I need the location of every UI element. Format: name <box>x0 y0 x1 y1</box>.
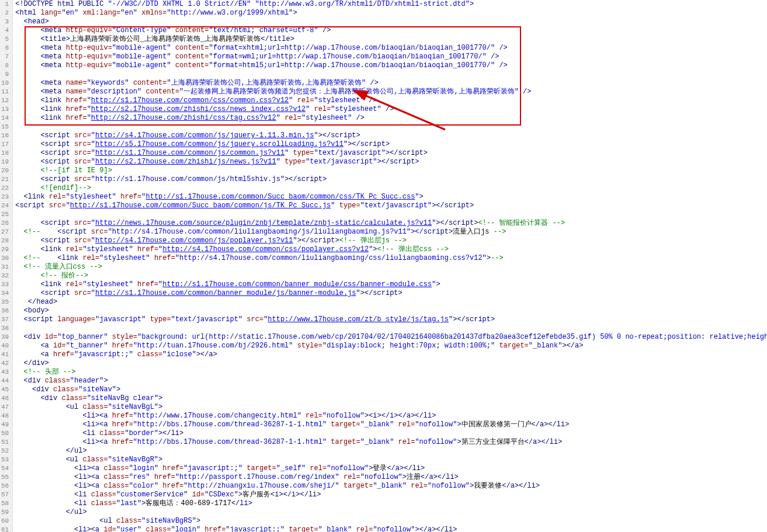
code-line[interactable]: <!DOCTYPE html PUBLIC "-//W3C//DTD XHTML… <box>15 0 767 9</box>
line-number: 48 <box>1 412 9 420</box>
code-line[interactable] <box>15 324 767 333</box>
code-line[interactable]: <li><a id="user" class="login" href="jav… <box>15 526 767 532</box>
line-number: 11 <box>1 88 9 96</box>
code-line[interactable]: <script src="http://news.17house.com/sou… <box>15 219 767 228</box>
code-line[interactable]: <!--[if lt IE 9]> <box>15 166 767 175</box>
code-line[interactable]: <a href="javascript:;" class="iclose"></… <box>15 350 767 359</box>
code-line[interactable]: <div class="header"> <box>15 377 767 385</box>
line-number: 25 <box>1 210 9 219</box>
code-line[interactable]: <script src="http://s1.17house.com/commo… <box>15 289 767 298</box>
code-line[interactable]: <meta http-equiv="mobile-agent" content=… <box>15 53 767 61</box>
line-number: 16 <box>1 131 9 140</box>
code-line[interactable]: <script src="http://s4.17house.com/commo… <box>15 131 767 140</box>
line-number: 6 <box>1 44 9 53</box>
line-number: 24 <box>1 201 9 210</box>
code-line[interactable]: <li><a class="color" href="http://zhuang… <box>15 482 767 491</box>
code-line[interactable]: </ul> <box>15 447 767 455</box>
code-line[interactable]: </head> <box>15 298 767 307</box>
code-line[interactable]: <li><a href="http://bbs.17house.com/thre… <box>15 420 767 429</box>
line-number: 54 <box>1 464 9 473</box>
code-line[interactable]: <script src="http://s1.17house.com/commo… <box>15 149 767 158</box>
code-line[interactable]: <title>上海易路荣昕装饰公司_上海易路荣昕装饰_上海易路荣昕装饰</tit… <box>15 35 767 44</box>
code-line[interactable]: <script src="http://s1.17house.com/commo… <box>15 175 767 184</box>
line-number: 58 <box>1 499 9 508</box>
line-number: 36 <box>1 307 9 315</box>
line-number: 61 <box>1 526 9 532</box>
code-line[interactable] <box>15 70 767 79</box>
line-number-gutter: 1234567891011121314151617181920212223242… <box>0 0 13 532</box>
code-line[interactable]: <div id="top_banner" style="background: … <box>15 333 767 342</box>
code-line[interactable]: <link rel="stylesheet" href="http://s1.1… <box>15 193 767 201</box>
code-line[interactable]: <meta http-equiv="mobile-agent" content=… <box>15 44 767 53</box>
line-number: 30 <box>1 254 9 263</box>
code-line[interactable]: <li class="customerService" id="CSDexc">… <box>15 491 767 499</box>
line-number: 44 <box>1 377 9 385</box>
code-line[interactable]: <link href="http://s2.17house.com/zhishi… <box>15 114 767 123</box>
line-number: 46 <box>1 394 9 403</box>
code-line[interactable]: <li class="last">客服电话：400-689-1717</li> <box>15 499 767 508</box>
line-number: 26 <box>1 219 9 228</box>
code-area[interactable]: <!DOCTYPE html PUBLIC "-//W3C//DTD XHTML… <box>13 0 767 532</box>
code-line[interactable]: <head> <box>15 18 767 26</box>
code-line[interactable]: <!-- 报价--> <box>15 272 767 280</box>
code-line[interactable]: <meta name="keywords" content="上海易路荣昕装饰公… <box>15 79 767 88</box>
code-line[interactable]: <!-- 流量入口css --> <box>15 263 767 272</box>
code-line[interactable]: <html lang="en" xml:lang="en" xmlns="htt… <box>15 9 767 18</box>
code-line[interactable]: <script src="http://s2.17house.com/zhish… <box>15 158 767 166</box>
code-line[interactable]: <script src="http://s5.17house.com/commo… <box>15 140 767 149</box>
code-line[interactable]: <!-- 头部 --> <box>15 368 767 377</box>
code-line[interactable]: <ul class="siteNavBgL"> <box>15 403 767 412</box>
code-line[interactable]: <li class="border"></li> <box>15 429 767 438</box>
code-line[interactable]: <!-- <link rel="stylesheet" href="http:/… <box>15 254 767 263</box>
code-line[interactable]: <li><a class="login" href="javascript:;"… <box>15 464 767 473</box>
code-editor: 1234567891011121314151617181920212223242… <box>0 0 767 532</box>
line-number: 19 <box>1 158 9 166</box>
line-number: 27 <box>1 228 9 237</box>
line-number: 60 <box>1 517 9 526</box>
line-number: 51 <box>1 438 9 447</box>
code-line[interactable]: <link rel="stylesheet" href="http://s1.1… <box>15 280 767 289</box>
line-number: 21 <box>1 175 9 184</box>
line-number: 10 <box>1 79 9 88</box>
line-number: 57 <box>1 491 9 499</box>
code-line[interactable]: <ul class="siteNavBgRS"> <box>15 517 767 526</box>
code-line[interactable]: <![endif]--> <box>15 184 767 193</box>
code-line[interactable]: <meta http-equiv="Content-Type" content=… <box>15 26 767 35</box>
line-number: 38 <box>1 324 9 333</box>
line-number: 53 <box>1 455 9 464</box>
code-line[interactable]: <body> <box>15 307 767 315</box>
line-number: 3 <box>1 18 9 26</box>
code-line[interactable]: <script src="http://s4.17house.com/commo… <box>15 237 767 245</box>
code-line[interactable]: </div> <box>15 359 767 368</box>
code-line[interactable] <box>15 210 767 219</box>
line-number: 31 <box>1 263 9 272</box>
line-number: 17 <box>1 140 9 149</box>
code-line[interactable]: <li><a href="http://www.17house.com/chan… <box>15 412 767 420</box>
code-line[interactable]: <div class="siteNavBg clear"> <box>15 394 767 403</box>
line-number: 41 <box>1 350 9 359</box>
code-line[interactable]: <link href="http://s2.17house.com/zhishi… <box>15 105 767 114</box>
line-number: 49 <box>1 420 9 429</box>
line-number: 7 <box>1 53 9 61</box>
code-line[interactable]: <link rel="stylesheet" href="http://s4.1… <box>15 245 767 254</box>
code-line[interactable]: <script language="javascript" type="text… <box>15 315 767 324</box>
line-number: 29 <box>1 245 9 254</box>
code-line[interactable]: <script src="http://s1.17house.com/commo… <box>15 201 767 210</box>
code-line[interactable]: <div class="siteNav"> <box>15 385 767 394</box>
code-line[interactable]: <!-- <script src="http://s4.17house.com/… <box>15 228 767 237</box>
code-line[interactable]: <a id="t_banner" href="http://tuan.17hou… <box>15 342 767 350</box>
line-number: 47 <box>1 403 9 412</box>
line-number: 4 <box>1 26 9 35</box>
code-line[interactable]: <link href="http://s1.17house.com/common… <box>15 96 767 105</box>
line-number: 59 <box>1 508 9 517</box>
code-line[interactable] <box>15 123 767 131</box>
code-line[interactable]: <meta name="description" content="一起装修网上… <box>15 88 767 96</box>
line-number: 18 <box>1 149 9 158</box>
line-number: 28 <box>1 237 9 245</box>
code-line[interactable]: <li><a href="http://bbs.17house.com/thre… <box>15 438 767 447</box>
code-line[interactable]: <meta http-equiv="mobile-agent" content=… <box>15 61 767 70</box>
code-line[interactable]: </ul> <box>15 508 767 517</box>
code-line[interactable]: <ul class="siteNavBgR"> <box>15 455 767 464</box>
code-line[interactable]: <li><a class="res" href="http://passport… <box>15 473 767 482</box>
line-number: 55 <box>1 473 9 482</box>
